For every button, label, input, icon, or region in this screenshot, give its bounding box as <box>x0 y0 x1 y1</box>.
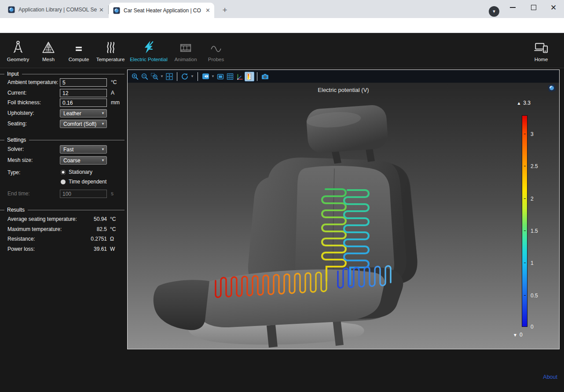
result-value: 39.61 <box>66 246 107 252</box>
field-unit: mm <box>111 99 120 106</box>
result-row: Power loss: 39.61 W <box>0 245 127 253</box>
about-link[interactable]: About <box>543 374 557 380</box>
field-label: Seating: <box>7 121 27 127</box>
compute-equals-icon <box>71 42 86 55</box>
scene-window-icon <box>216 73 224 81</box>
colorbar-tick: 2.5 <box>531 163 538 169</box>
seat-visualization <box>128 83 559 349</box>
geometry-compass-icon <box>11 39 26 55</box>
solver-dropdown[interactable]: Fast ▼ <box>60 145 107 154</box>
reset-view-button[interactable] <box>180 72 190 81</box>
tab-car-seat-heater[interactable]: Car Seat Heater Application | CO ✕ <box>109 3 214 18</box>
field-label: Type: <box>7 169 20 176</box>
ribbon-probes-button: Probes <box>196 38 236 62</box>
zoom-box-caret[interactable]: ▼ <box>159 74 165 78</box>
section-title: Results <box>7 207 25 213</box>
colorbar-tick: 0.5 <box>531 293 538 299</box>
result-label: Power loss: <box>7 246 35 252</box>
max-triangle-icon: ▲ <box>516 101 521 106</box>
color-legend-toggle[interactable] <box>245 72 254 81</box>
toolbar-separator <box>257 72 257 81</box>
colorbar-tick: 1 <box>531 260 534 266</box>
ribbon-electric-potential-button[interactable]: Electric Potential <box>128 38 169 62</box>
ribbon-home-button[interactable]: Home <box>521 38 561 62</box>
ambient-temperature-input[interactable] <box>60 78 107 87</box>
end-time-input <box>60 190 107 198</box>
result-unit: W <box>110 246 115 252</box>
colorbar-min-marker: ▼0 <box>513 332 544 338</box>
section-header-results: Results <box>0 207 127 213</box>
section-header-input: Input <box>0 71 127 77</box>
zoom-box-button[interactable] <box>150 72 159 81</box>
foil-thickness-input[interactable] <box>60 99 107 107</box>
result-value: 0.2751 <box>66 236 107 242</box>
plot-canvas[interactable]: Electric potential (V) <box>128 83 559 349</box>
result-value: 50.94 <box>66 216 107 222</box>
default-view-caret[interactable]: ▼ <box>210 74 216 78</box>
tab-close-icon[interactable]: ✕ <box>98 6 105 14</box>
window-maximize-button[interactable] <box>527 2 540 13</box>
colorbar-tick: 1.5 <box>531 228 538 234</box>
new-tab-button[interactable]: + <box>220 5 230 15</box>
snapshot-button[interactable] <box>260 72 270 81</box>
field-label: Ambient temperature: <box>7 79 58 85</box>
zoom-in-button[interactable] <box>130 72 140 81</box>
tab-title: Car Seat Heater Application | CO <box>124 7 204 14</box>
radio-selected-icon <box>61 170 66 175</box>
camera-icon <box>261 73 269 81</box>
seat-cushion <box>199 269 398 327</box>
window-minimize-button[interactable] <box>506 2 519 13</box>
section-title: Input <box>7 71 19 77</box>
current-input[interactable] <box>60 89 107 97</box>
zoom-out-button[interactable] <box>140 72 150 81</box>
dropdown-value: Coarse <box>60 158 99 164</box>
default-view-button[interactable] <box>201 72 210 81</box>
axes-button[interactable] <box>235 72 245 81</box>
window-close-button[interactable]: ✕ <box>547 2 560 13</box>
graphics-toolbar: ▼ ▼ ▼ <box>128 70 559 83</box>
tab-close-icon[interactable]: ✕ <box>204 7 212 14</box>
zoom-out-icon <box>141 73 149 81</box>
view-projection-icon <box>201 72 210 81</box>
radio-label: Time dependent <box>69 179 106 185</box>
field-row-solver: Solver: Fast ▼ <box>0 145 127 154</box>
tab-application-library[interactable]: Application Library | COMSOL Se ✕ <box>4 4 108 16</box>
result-unit: °C <box>110 226 116 232</box>
field-row-seating: Seating: Comfort (Soft) ▼ <box>0 120 127 128</box>
mesh-size-dropdown[interactable]: Coarse ▼ <box>60 156 107 165</box>
upholstery-dropdown[interactable]: Leather ▼ <box>60 109 107 117</box>
grid-icon <box>226 73 234 81</box>
result-label: Maximum temperature: <box>7 226 62 232</box>
zoom-in-icon <box>131 73 139 81</box>
seat-headrest <box>306 104 389 154</box>
field-row-mesh-size: Mesh size: Coarse ▼ <box>0 156 127 165</box>
radio-time-dependent[interactable]: Time dependent <box>61 178 106 185</box>
rotate-view-icon <box>181 73 189 81</box>
ribbon-label: Electric Potential <box>128 57 169 62</box>
reset-view-caret[interactable]: ▼ <box>190 74 195 78</box>
minimize-icon <box>510 7 516 8</box>
dropdown-value: Fast <box>60 147 99 153</box>
radio-stationary[interactable]: Stationary <box>61 169 92 176</box>
comsol-favicon-icon <box>113 7 120 14</box>
grid-button[interactable] <box>225 72 235 81</box>
zoom-extents-button[interactable] <box>165 72 174 81</box>
scene-button[interactable] <box>216 72 225 81</box>
ribbon-temperature-button[interactable]: Temperature <box>90 38 131 62</box>
result-value: 82.5 <box>66 226 107 232</box>
field-row-foil-thickness: Foil thickness: mm <box>0 99 127 107</box>
field-label: End time: <box>7 191 30 197</box>
field-row-upholstery: Upholstery: Leather ▼ <box>0 109 127 117</box>
field-unit: °C <box>111 79 117 85</box>
seating-dropdown[interactable]: Comfort (Soft) ▼ <box>60 120 107 128</box>
field-label: Upholstery: <box>7 110 34 116</box>
field-label: Current: <box>7 90 26 96</box>
ribbon-label: Probes <box>196 57 236 62</box>
colorbar-max-marker: ▲3.3 <box>509 100 531 106</box>
axes-icon <box>236 73 244 81</box>
mesh-triangle-icon <box>40 40 56 55</box>
tab-search-button[interactable]: ▼ <box>489 6 499 17</box>
dropdown-value: Comfort (Soft) <box>60 121 99 127</box>
chevron-down-icon: ▼ <box>99 147 106 151</box>
colorbar-max-value: 3.3 <box>523 100 531 106</box>
